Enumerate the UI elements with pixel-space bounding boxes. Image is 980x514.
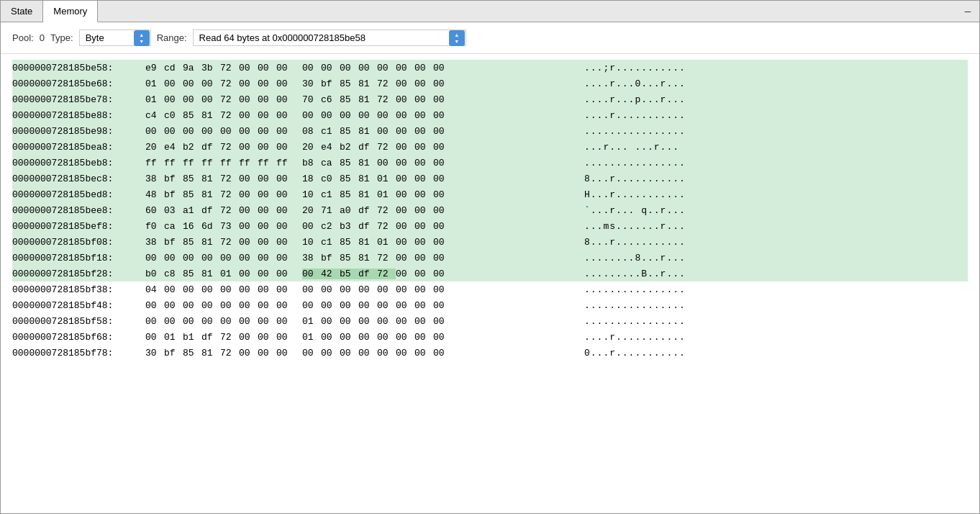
byte-cell: e4 — [164, 142, 183, 153]
byte-cell: 00 — [433, 332, 452, 343]
byte-cell: c4 — [145, 110, 164, 121]
byte-cell: c1 — [321, 189, 340, 200]
byte-cell: b8 — [302, 158, 321, 168]
byte-cell: 00 — [396, 110, 414, 121]
byte-cell: 00 — [433, 142, 452, 153]
byte-cell: 3b — [201, 63, 220, 73]
byte-cell: a0 — [340, 205, 358, 216]
byte-cell: 00 — [414, 110, 433, 121]
byte-cell: 00 — [276, 94, 295, 105]
byte-cell: 72 — [377, 269, 396, 279]
table-row: 0000000728185be68:01 00 00 00 72 00 00 0… — [12, 76, 968, 91]
byte-cell: 85 — [340, 126, 358, 137]
byte-cell: df — [201, 332, 220, 343]
byte-cell: 00 — [358, 316, 377, 327]
byte-cell: 00 — [340, 348, 358, 359]
byte-cell: 00 — [414, 269, 433, 279]
byte-cell: 00 — [276, 126, 295, 137]
byte-cell: 00 — [396, 316, 414, 327]
ascii-cell: `...r... q..r... — [577, 205, 686, 216]
byte-cell: 00 — [414, 94, 433, 105]
byte-cell: b3 — [340, 221, 358, 232]
byte-cell: 00 — [321, 284, 340, 295]
byte-cell: 00 — [258, 316, 276, 327]
ascii-cell: ...ms.......r... — [577, 221, 686, 232]
byte-cell: 6d — [201, 221, 220, 232]
hex-bytes-group: 00 00 00 00 00 00 00 00 00 00 00 00 00 0… — [145, 300, 577, 311]
byte-cell: 00 — [340, 110, 358, 121]
address-cell: 0000000728185bec8: — [12, 173, 145, 184]
hex-bytes-group: 00 01 b1 df 72 00 00 00 01 00 00 00 00 0… — [145, 332, 577, 343]
byte-cell: 00 — [164, 253, 183, 263]
hex-bytes-group: 00 00 00 00 00 00 00 00 08 c1 85 81 00 0… — [145, 126, 577, 137]
byte-cell: 00 — [340, 63, 358, 73]
table-row: 0000000728185bef8:f0 ca 16 6d 73 00 00 0… — [12, 218, 968, 234]
table-row: 0000000728185bf08:38 bf 85 81 72 00 00 0… — [12, 234, 968, 250]
byte-cell: 00 — [396, 63, 414, 73]
byte-cell: 00 — [321, 332, 340, 343]
table-row: 0000000728185bf48:00 00 00 00 00 00 00 0… — [12, 297, 968, 313]
byte-cell: 00 — [377, 332, 396, 343]
byte-cell: 00 — [414, 253, 433, 263]
byte-cell: 00 — [396, 269, 414, 279]
byte-cell: 00 — [239, 316, 258, 327]
byte-cell: 81 — [358, 126, 377, 137]
address-cell: 0000000728185bf68: — [12, 332, 145, 343]
byte-cell: 00 — [414, 316, 433, 327]
byte-cell: 00 — [396, 189, 414, 200]
byte-cell: ca — [321, 158, 340, 168]
byte-cell: 00 — [433, 348, 452, 359]
byte-cell: 00 — [433, 253, 452, 263]
byte-cell: 72 — [377, 142, 396, 153]
byte-cell: 20 — [302, 142, 321, 153]
byte-cell: 00 — [239, 300, 258, 311]
byte-cell: 00 — [220, 253, 239, 263]
ascii-cell: ........8...r... — [577, 253, 686, 263]
byte-cell: 00 — [433, 63, 452, 73]
tab-state[interactable]: State — [1, 1, 43, 22]
ascii-cell: 8...r........... — [577, 237, 686, 248]
byte-cell: 00 — [414, 158, 433, 168]
byte-cell: 00 — [358, 63, 377, 73]
byte-cell: 00 — [377, 316, 396, 327]
range-input[interactable] — [193, 30, 466, 46]
hex-bytes-group: 60 03 a1 df 72 00 00 00 20 71 a0 df 72 0… — [145, 205, 577, 216]
byte-cell: 00 — [433, 78, 452, 89]
byte-cell: 00 — [201, 94, 220, 105]
byte-cell: 00 — [183, 253, 201, 263]
type-select[interactable]: Byte Word DWord QWord — [79, 30, 151, 46]
byte-cell: 81 — [358, 189, 377, 200]
hex-bytes-group: e9 cd 9a 3b 72 00 00 00 00 00 00 00 00 0… — [145, 63, 577, 73]
byte-cell: 85 — [340, 158, 358, 168]
pool-label: Pool: — [12, 32, 34, 43]
minimize-button[interactable]: — — [962, 6, 974, 17]
byte-cell: 72 — [377, 94, 396, 105]
byte-cell: df — [201, 205, 220, 216]
byte-cell: 00 — [377, 348, 396, 359]
byte-cell: 72 — [220, 78, 239, 89]
byte-cell: 85 — [183, 189, 201, 200]
tab-memory[interactable]: Memory — [43, 1, 98, 22]
address-cell: 0000000728185bf18: — [12, 253, 145, 263]
table-row: 0000000728185be98:00 00 00 00 00 00 00 0… — [12, 123, 968, 139]
byte-cell: 85 — [183, 173, 201, 184]
byte-cell: 00 — [276, 173, 295, 184]
title-bar: State Memory — — [1, 1, 979, 22]
byte-cell: ff — [258, 158, 276, 168]
byte-cell: ca — [164, 221, 183, 232]
byte-cell: 00 — [433, 269, 452, 279]
byte-cell: 10 — [302, 189, 321, 200]
ascii-cell: 0...r........... — [577, 348, 686, 359]
byte-cell: 00 — [321, 110, 340, 121]
byte-cell: 00 — [183, 94, 201, 105]
byte-cell: 00 — [302, 110, 321, 121]
pool-value: 0 — [40, 32, 45, 43]
byte-cell: b1 — [183, 332, 201, 343]
byte-cell: 00 — [276, 189, 295, 200]
byte-cell: 00 — [358, 332, 377, 343]
byte-cell: 70 — [302, 94, 321, 105]
table-row: 0000000728185bf38:04 00 00 00 00 00 00 0… — [12, 281, 968, 297]
ascii-cell: ................ — [577, 316, 686, 327]
byte-cell: 00 — [276, 237, 295, 248]
byte-cell: c1 — [321, 237, 340, 248]
